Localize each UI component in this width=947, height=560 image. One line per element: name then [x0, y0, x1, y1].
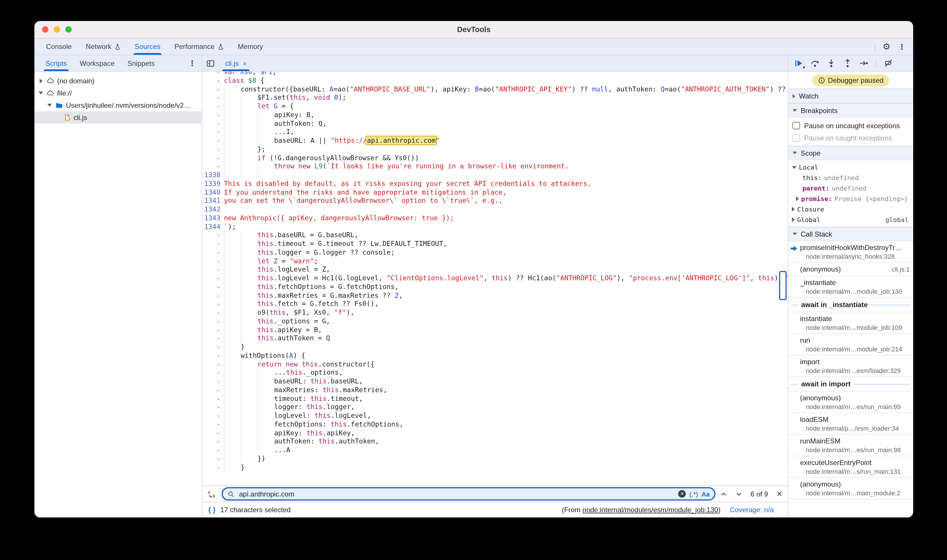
step-icon[interactable]: [859, 59, 868, 68]
search-field[interactable]: ✕ (.*) Aa: [222, 487, 716, 500]
code-line[interactable]: 1341you can set the \`dangerouslyAllowBr…: [202, 197, 788, 205]
section-scope[interactable]: Scope: [788, 146, 913, 160]
line-gutter[interactable]: -: [202, 85, 224, 94]
stack-frame[interactable]: instantiatenode:internal/m…module_job:10…: [788, 312, 913, 334]
code-line[interactable]: - if (!G.dangerouslyAllowBrowser && Ys0(…: [202, 154, 788, 162]
code-line[interactable]: - o9(this, $F1, Xs0, "f"),: [202, 308, 788, 317]
line-gutter[interactable]: -: [202, 119, 224, 128]
code-line[interactable]: - }: [202, 343, 788, 351]
line-gutter[interactable]: -: [202, 308, 224, 317]
checkbox-unchecked[interactable]: [793, 134, 800, 142]
line-gutter[interactable]: -: [202, 154, 224, 162]
line-gutter[interactable]: -: [202, 162, 224, 171]
code-line[interactable]: 1342: [202, 205, 788, 214]
line-gutter[interactable]: 1341: [202, 197, 224, 205]
line-gutter[interactable]: 1344: [202, 222, 224, 231]
from-source-link[interactable]: node:internal/modules/esm/module_job:130: [583, 506, 719, 514]
line-gutter[interactable]: -: [202, 136, 224, 145]
line-gutter[interactable]: -: [202, 76, 224, 85]
code-line[interactable]: - timeout: this.timeout,: [202, 394, 788, 403]
code-line[interactable]: - maxRetries: this.maxRetries,: [202, 386, 788, 394]
checkbox-unchecked[interactable]: [793, 122, 800, 129]
settings-gear-icon[interactable]: ⚙: [882, 42, 890, 52]
chevron-down-icon[interactable]: [38, 91, 44, 94]
code-line[interactable]: 1339This is disabled by default, as it r…: [202, 180, 788, 188]
navigator-more-icon[interactable]: ⋮: [188, 55, 202, 71]
navigator-toggle-icon[interactable]: [207, 59, 214, 67]
code-line[interactable]: - this.timeout = G.timeout ?? Lw.DEFAULT…: [202, 240, 788, 248]
line-gutter[interactable]: -: [202, 360, 224, 369]
line-gutter[interactable]: -: [202, 446, 224, 454]
section-breakpoints[interactable]: Breakpoints: [788, 103, 913, 118]
line-gutter[interactable]: -: [202, 248, 224, 257]
code-line[interactable]: -var Xs0, $F1;: [202, 72, 788, 76]
code-line[interactable]: 1343new Anthropic({ apiKey, dangerouslyA…: [202, 214, 788, 223]
scope-property[interactable]: parent: undefined: [788, 183, 913, 194]
code-line[interactable]: - throw new L9(`It looks like you're run…: [202, 162, 788, 171]
line-gutter[interactable]: -: [202, 94, 224, 102]
line-gutter[interactable]: -: [202, 351, 224, 360]
scope-group-global[interactable]: Globalglobal: [788, 214, 913, 225]
stack-frame[interactable]: executeUserEntryPointnode:internal/m…s/r…: [788, 456, 913, 478]
breakpoint-option[interactable]: Pause on uncaught exceptions: [788, 120, 913, 132]
tab-performance[interactable]: Performance: [167, 38, 231, 55]
line-gutter[interactable]: -: [202, 403, 224, 412]
code-line[interactable]: - withOptions(A) {: [202, 351, 788, 360]
line-gutter[interactable]: -: [202, 343, 224, 351]
resume-script-icon[interactable]: [794, 59, 803, 68]
section-watch[interactable]: Watch: [788, 89, 913, 103]
code-line[interactable]: - this.apiKey = B,: [202, 325, 788, 334]
code-line[interactable]: - let G = {: [202, 102, 788, 111]
line-gutter[interactable]: -: [202, 102, 224, 111]
close-window-button[interactable]: [42, 26, 48, 32]
line-gutter[interactable]: -: [202, 437, 224, 446]
close-search-icon[interactable]: ✕: [776, 489, 782, 498]
line-gutter[interactable]: -: [202, 377, 224, 386]
line-gutter[interactable]: -: [202, 369, 224, 377]
navigator-tab-snippets[interactable]: Snippets: [121, 55, 161, 71]
line-gutter[interactable]: -: [202, 317, 224, 326]
line-gutter[interactable]: -: [202, 325, 224, 334]
code-line[interactable]: - }): [202, 454, 788, 463]
stack-frame[interactable]: (anonymous)node:internal/m…main_module:2: [788, 478, 913, 499]
tree-item--no-domain-[interactable]: (no domain): [34, 75, 202, 87]
code-line[interactable]: - ...this._options,: [202, 369, 788, 377]
code-line[interactable]: - $F1.set(this, void 0);: [202, 94, 788, 102]
match-case-toggle[interactable]: Aa: [702, 490, 709, 497]
line-gutter[interactable]: -: [202, 411, 224, 420]
code-line[interactable]: - this._options = G,: [202, 317, 788, 326]
previous-match-icon[interactable]: [720, 490, 727, 497]
chevron-right-icon[interactable]: [38, 78, 44, 83]
line-gutter[interactable]: -: [202, 145, 224, 154]
line-gutter[interactable]: -: [202, 274, 224, 283]
line-gutter[interactable]: -: [202, 291, 224, 300]
code-line[interactable]: - };: [202, 145, 788, 154]
code-line[interactable]: - fetchOptions: this.fetchOptions,: [202, 420, 788, 429]
line-gutter[interactable]: 1342: [202, 205, 224, 214]
line-gutter[interactable]: -: [202, 265, 224, 274]
tree-item-cli-js[interactable]: cli.js: [34, 111, 202, 123]
line-gutter[interactable]: -: [202, 420, 224, 429]
coverage-link[interactable]: Coverage: n/a: [730, 506, 774, 514]
replace-toggle-icon[interactable]: AB: [208, 490, 217, 498]
stack-frame[interactable]: loadESMnode:internal/p…/esm_loader:34: [788, 413, 913, 435]
line-gutter[interactable]: 1338: [202, 171, 224, 180]
code-line[interactable]: - this.fetch = G.fetch ?? Fs0(),: [202, 300, 788, 309]
code-line[interactable]: 1340If you understand the risks and have…: [202, 188, 788, 197]
line-gutter[interactable]: -: [202, 394, 224, 403]
search-input[interactable]: [238, 489, 675, 498]
line-gutter[interactable]: -: [202, 386, 224, 394]
code-line[interactable]: - authToken: this.authToken,: [202, 437, 788, 446]
line-gutter[interactable]: -: [202, 72, 224, 76]
stack-frame[interactable]: promiseInitHookWithDestroyTr…node:intern…: [788, 241, 913, 263]
tree-item-file-[interactable]: file://: [34, 87, 202, 99]
close-tab-icon[interactable]: ×: [243, 60, 247, 67]
code-line[interactable]: 1338: [202, 171, 788, 180]
line-gutter[interactable]: 1343: [202, 214, 224, 223]
line-gutter[interactable]: -: [202, 463, 224, 472]
scope-property[interactable]: promise: Promise {<pending>}: [788, 194, 913, 204]
line-gutter[interactable]: -: [202, 283, 224, 291]
editor-scrollbar-thumb[interactable]: [779, 271, 787, 300]
code-line[interactable]: - this.logger = G.logger ?? console;: [202, 248, 788, 257]
code-line[interactable]: - let Z = "warn";: [202, 257, 788, 265]
